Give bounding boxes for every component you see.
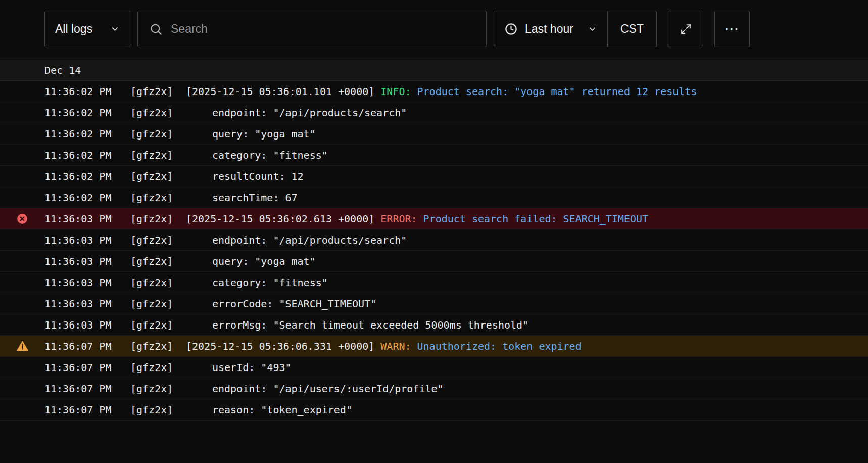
log-pod: [gfz2x] xyxy=(130,170,186,182)
time-controls: Last hour CST xyxy=(494,11,657,47)
search-icon xyxy=(149,22,163,36)
log-detail-row[interactable]: 11:36:03 PM[gfz2x]errorMsg: "Search time… xyxy=(0,314,868,336)
log-time: 11:36:02 PM xyxy=(44,107,130,119)
toolbar: All logs Last hour CST xyxy=(0,0,868,60)
log-detail-row[interactable]: 11:36:07 PM[gfz2x]userId: "493" xyxy=(0,357,868,378)
log-message: [2025-12-15 05:36:02.613 +0000] ERROR: P… xyxy=(186,213,868,225)
log-detail-text: errorCode: "SEARCH_TIMEOUT" xyxy=(186,298,868,310)
row-gutter xyxy=(0,293,44,314)
log-detail-text: query: "yoga mat" xyxy=(186,128,868,140)
log-pod: [gfz2x] xyxy=(130,128,186,140)
search-input[interactable] xyxy=(171,22,475,36)
log-time: 11:36:07 PM xyxy=(44,340,130,352)
log-detail-text: endpoint: "/api/products/search" xyxy=(186,107,868,119)
log-bracket-timestamp: [2025-12-15 05:36:02.613 +0000] xyxy=(186,213,380,225)
more-button[interactable]: ⋯ xyxy=(714,11,750,47)
error-icon xyxy=(0,208,44,229)
log-time: 11:36:03 PM xyxy=(44,276,130,289)
log-pod: [gfz2x] xyxy=(130,340,186,352)
log-message: [2025-12-15 05:36:01.101 +0000] INFO: Pr… xyxy=(186,85,868,98)
row-gutter xyxy=(0,81,44,102)
timezone-button[interactable]: CST xyxy=(607,11,656,47)
log-time: 11:36:02 PM xyxy=(44,192,130,204)
row-gutter xyxy=(0,378,44,399)
log-detail-text: endpoint: "/api/products/search" xyxy=(186,234,868,246)
row-gutter xyxy=(0,399,44,420)
log-time: 11:36:02 PM xyxy=(44,85,130,98)
log-message-text: Product search: "yoga mat" returned 12 r… xyxy=(417,85,697,98)
log-detail-row[interactable]: 11:36:02 PM[gfz2x]resultCount: 12 xyxy=(0,166,868,187)
log-level: ERROR: xyxy=(380,213,423,225)
chevron-down-icon xyxy=(588,24,597,34)
log-message-text: Product search failed: SEARCH_TIMEOUT xyxy=(423,213,649,225)
log-message: [2025-12-15 05:36:06.331 +0000] WARN: Un… xyxy=(186,340,868,352)
log-detail-row[interactable]: 11:36:02 PM[gfz2x]query: "yoga mat" xyxy=(0,123,868,145)
log-viewer-app: All logs Last hour CST xyxy=(0,0,868,463)
log-time: 11:36:02 PM xyxy=(44,149,130,161)
log-level: WARN: xyxy=(380,340,417,352)
time-range-label: Last hour xyxy=(525,22,573,36)
log-pod: [gfz2x] xyxy=(130,383,186,395)
log-pod: [gfz2x] xyxy=(130,319,186,331)
log-pod: [gfz2x] xyxy=(130,213,186,225)
log-time: 11:36:07 PM xyxy=(44,361,130,374)
log-time: 11:36:03 PM xyxy=(44,255,130,267)
row-gutter xyxy=(0,229,44,250)
log-time: 11:36:03 PM xyxy=(44,234,130,246)
log-time: 11:36:02 PM xyxy=(44,128,130,140)
search-box[interactable] xyxy=(137,11,487,47)
log-pod: [gfz2x] xyxy=(130,361,186,374)
log-detail-row[interactable]: 11:36:03 PM[gfz2x]category: "fitness" xyxy=(0,272,868,293)
log-detail-row[interactable]: 11:36:02 PM[gfz2x]category: "fitness" xyxy=(0,145,868,166)
log-entry-row[interactable]: 11:36:02 PM[gfz2x][2025-12-15 05:36:01.1… xyxy=(0,81,868,102)
log-entry-row[interactable]: 11:36:03 PM[gfz2x][2025-12-15 05:36:02.6… xyxy=(0,208,868,229)
log-pod: [gfz2x] xyxy=(130,276,186,289)
log-detail-row[interactable]: 11:36:03 PM[gfz2x]errorCode: "SEARCH_TIM… xyxy=(0,293,868,314)
row-gutter xyxy=(0,314,44,335)
row-gutter xyxy=(0,166,44,187)
log-detail-text: category: "fitness" xyxy=(186,276,868,289)
time-range-dropdown[interactable]: Last hour xyxy=(494,11,607,47)
clock-icon xyxy=(504,22,518,36)
log-detail-row[interactable]: 11:36:07 PM[gfz2x]endpoint: "/api/users/… xyxy=(0,378,868,399)
log-detail-text: endpoint: "/api/users/:userId/profile" xyxy=(186,383,868,395)
timezone-label: CST xyxy=(620,22,644,36)
row-gutter xyxy=(0,357,44,378)
log-detail-text: searchTime: 67 xyxy=(186,192,868,204)
log-list: 11:36:02 PM[gfz2x][2025-12-15 05:36:01.1… xyxy=(0,81,868,421)
log-detail-row[interactable]: 11:36:02 PM[gfz2x]searchTime: 67 xyxy=(0,187,868,208)
row-gutter xyxy=(0,123,44,144)
log-detail-row[interactable]: 11:36:07 PM[gfz2x]reason: "token_expired… xyxy=(0,399,868,421)
log-pod: [gfz2x] xyxy=(130,192,186,204)
log-pod: [gfz2x] xyxy=(130,404,186,416)
log-pod: [gfz2x] xyxy=(130,255,186,267)
log-detail-row[interactable]: 11:36:02 PM[gfz2x]endpoint: "/api/produc… xyxy=(0,102,868,123)
log-detail-text: errorMsg: "Search timeout exceeded 5000m… xyxy=(186,319,868,331)
log-time: 11:36:07 PM xyxy=(44,383,130,395)
expand-icon xyxy=(680,23,692,35)
log-detail-row[interactable]: 11:36:03 PM[gfz2x]query: "yoga mat" xyxy=(0,251,868,272)
log-detail-row[interactable]: 11:36:03 PM[gfz2x]endpoint: "/api/produc… xyxy=(0,229,868,251)
log-detail-text: query: "yoga mat" xyxy=(186,255,868,267)
row-gutter xyxy=(0,145,44,165)
more-icon: ⋯ xyxy=(724,21,740,36)
row-gutter xyxy=(0,187,44,208)
log-time: 11:36:03 PM xyxy=(44,319,130,331)
log-entry-row[interactable]: 11:36:07 PM[gfz2x][2025-12-15 05:36:06.3… xyxy=(0,336,868,357)
log-filter-label: All logs xyxy=(55,22,92,36)
log-bracket-timestamp: [2025-12-15 05:36:06.331 +0000] xyxy=(186,340,380,352)
log-level: INFO: xyxy=(380,85,417,98)
log-detail-text: category: "fitness" xyxy=(186,149,868,161)
log-pod: [gfz2x] xyxy=(130,149,186,161)
log-pod: [gfz2x] xyxy=(130,107,186,119)
row-gutter xyxy=(0,102,44,123)
log-time: 11:36:03 PM xyxy=(44,213,130,225)
log-bracket-timestamp: [2025-12-15 05:36:01.101 +0000] xyxy=(186,85,380,98)
log-message-text: Unauthorized: token expired xyxy=(417,340,582,352)
row-gutter xyxy=(0,272,44,293)
log-detail-text: resultCount: 12 xyxy=(186,170,868,182)
log-filter-dropdown[interactable]: All logs xyxy=(44,11,130,47)
expand-button[interactable] xyxy=(668,11,703,47)
date-divider: Dec 14 xyxy=(0,60,868,81)
chevron-down-icon xyxy=(110,24,120,34)
